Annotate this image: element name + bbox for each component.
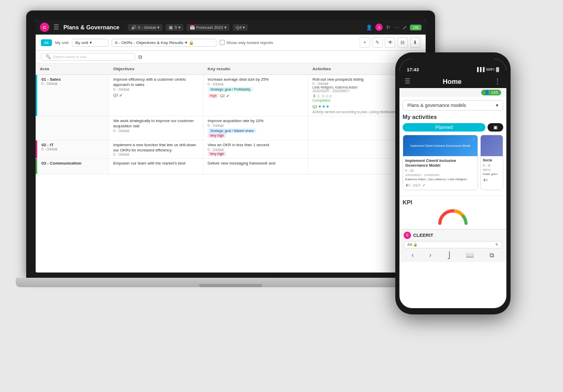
table-header: Area Objectives Key results Activities K… [36, 63, 426, 75]
search-input[interactable]: 🔍 Search name or unit [41, 53, 135, 61]
app-logo: C [40, 23, 49, 32]
phone-kpi-title: KPI [403, 199, 503, 205]
header-pill-5[interactable]: ▦ 5 ▾ [166, 24, 183, 31]
toolbar-actions: + ✎ 👁 ⊟ ⬇ [360, 37, 420, 48]
phone-notch [437, 59, 469, 68]
dot-green: ● [318, 104, 321, 109]
card-more-icon[interactable]: ⋮ [471, 137, 476, 142]
filter-all-btn[interactable]: All [41, 39, 52, 46]
browser-reload-icon[interactable]: ↻ [495, 243, 499, 247]
activity-card-1[interactable]: Implement Cleerit Inclusive Governance M… [403, 135, 478, 190]
card-persons-1: Katerina Adam, Léa Lefebvre, Leila Hellg… [405, 178, 475, 182]
col-activities: Activities [308, 66, 408, 72]
phone-status-icons: ▐▐▐ WiFi ▓ [475, 67, 499, 72]
card-persons-2: Kater gren [483, 172, 501, 177]
filter-by-unit[interactable]: By unit ▾ [72, 39, 109, 47]
table-row: 01 - Sales 0 - Global Improve efficiency… [36, 75, 426, 116]
activity-card-2[interactable]: Socia 0 - G 08/21 Kater gren ♜0 [480, 135, 503, 190]
activity-icons: ♜ 0 ⊙ 0.0 [312, 94, 403, 99]
add-btn[interactable]: + [360, 37, 370, 48]
activity-title: Roll-out new prospects listing [312, 77, 403, 82]
bookmarks-icon[interactable]: 📖 [466, 252, 474, 259]
q2-badge-act: Q2 ● ● ● [312, 104, 329, 109]
activity-persons: Leila Hellgren, Katerina Adam [312, 85, 403, 89]
browser-nav: ‹ › ⎦ 📖 ⧉ [404, 251, 502, 260]
objective-text: Improve efficiency with a customer centr… [113, 77, 199, 88]
user-avatar[interactable]: 166 [410, 25, 421, 30]
check-icon: ✔ [226, 93, 230, 99]
col-objectives: Objectives [109, 66, 203, 72]
menu-dots-icon[interactable]: ⋯ [394, 25, 399, 30]
card-icon-1: ♜0 [405, 183, 410, 188]
card-date-2: 08/21 [483, 168, 501, 171]
okr-dropdown[interactable]: 6 - OKRs - Objectives & Key Results ▾ 🔒 [112, 39, 216, 47]
kr-text: Increase average deal size by 25% [208, 77, 304, 82]
edit-btn[interactable]: ✎ [372, 37, 383, 48]
app-header: C ☰ Plans & Governance 🔊 0 - Global ▾ ▦ … [36, 20, 426, 35]
q2-badge: Q2 ✔ [220, 93, 230, 99]
data-table: Area Objectives Key results Activities K… [36, 63, 426, 175]
browser-bar: AA 🔒 ↻ [404, 241, 502, 248]
hamburger-icon[interactable]: ☰ [53, 24, 59, 31]
card-img-1: Implement Cleerit Inclusive Governance M… [403, 135, 478, 156]
user-icon[interactable]: 👤 [366, 25, 372, 30]
area-sub: 0 - Global [41, 82, 104, 85]
table-row: We work strategically to improve our cus… [36, 116, 426, 140]
kr-tag: Strategic goal / Profitability [208, 87, 253, 92]
objectives-cell2: We work strategically to improve our cus… [109, 116, 203, 140]
phone-more-icon[interactable]: ⋮ [494, 77, 501, 85]
card-icon-3: ♜0 [483, 178, 488, 182]
phone-header-title: Home [442, 78, 461, 85]
share-icon[interactable]: ⎦ [447, 252, 450, 259]
checkbox[interactable] [220, 40, 225, 45]
header-pill-forecast[interactable]: 📅 Forecast 2022 ▾ [187, 24, 230, 31]
filter-my-unit[interactable]: My unit [55, 40, 69, 45]
laptop-bezel: C ☰ Plans & Governance 🔊 0 - Global ▾ ▦ … [26, 10, 435, 278]
search-bar: 🔍 Search name or unit ⧉ [36, 51, 426, 63]
filter-icon[interactable]: ⧉ [138, 54, 142, 60]
objectives-cell: Improve efficiency with a customer centr… [109, 75, 203, 116]
phone-screen: 17:43 ▐▐▐ WiFi ▓ ☰ Home ⋮ 👤 145 Plans & … [399, 59, 506, 308]
back-icon[interactable]: ‹ [412, 252, 414, 259]
key-results-cell3: View an OKR in less than 1 second 0 - Gl… [203, 140, 308, 159]
view-btn[interactable]: 👁 [385, 37, 395, 48]
check-icon: ✔ [119, 93, 123, 98]
app-title: Plans & Governance [63, 24, 120, 30]
header-pill-global[interactable]: 🔊 0 - Global ▾ [128, 24, 163, 31]
dot-cyan2: ● [326, 104, 329, 109]
planned-tab-other[interactable]: ▣ [488, 123, 503, 132]
phone: 17:43 ▐▐▐ WiFi ▓ ☰ Home ⋮ 👤 145 Plans & … [395, 52, 511, 314]
external-icon[interactable]: ⤢ [403, 25, 407, 30]
notification-badge[interactable]: 4 [375, 24, 383, 31]
volume-icon: 🔊 [131, 25, 136, 30]
objectives-cell3: Implement a new function that lets us dr… [109, 140, 203, 159]
signal-icon: ▐▐▐ [475, 67, 484, 72]
activities-cell3 [308, 140, 408, 159]
planned-tab-active[interactable]: Planned [403, 123, 485, 132]
dot-cyan: ● [322, 104, 325, 109]
area-cell-empty [36, 116, 109, 140]
header-right: 👤 4 🏳 ⋯ ⤢ 166 [366, 24, 421, 31]
lock-checkbox[interactable]: Show only locked reports [220, 40, 273, 45]
phone-content: Plans & governance models ▾ My activitie… [399, 97, 506, 193]
forward-icon[interactable]: › [429, 252, 431, 259]
activities-cell4 [308, 159, 408, 174]
phone-time: 17:43 [407, 67, 419, 72]
planned-tabs: Planned ▣ [403, 123, 503, 132]
phone-hamburger-icon[interactable]: ☰ [405, 78, 410, 85]
print-btn[interactable]: ⊟ [397, 37, 408, 48]
kr-sub: 0 - Global [208, 82, 304, 86]
header-pill-q4[interactable]: Q4 ▾ [233, 24, 248, 31]
tabs-icon[interactable]: ⧉ [490, 252, 494, 259]
cleerit-logo-icon: C [404, 232, 411, 239]
card-body-2: Socia 0 - G 08/21 Kater gren ♜0 [481, 156, 503, 184]
phone-dropdown[interactable]: Plans & governance models ▾ [403, 100, 503, 111]
app-toolbar: All My unit By unit ▾ 6 - OKRs - Objecti… [36, 35, 426, 51]
lock-icon: 🔒 [189, 40, 194, 45]
download-btn[interactable]: ⬇ [410, 37, 420, 48]
activity-date: 2022/02/07 - 2022/06/17 [312, 89, 403, 93]
kr-tag2: Strategic goal / Market share [208, 128, 256, 133]
flag-icon[interactable]: 🏳 [386, 25, 391, 30]
key-results-cell4: Deliver new messaging framework and [203, 159, 308, 174]
chevron-icon: ▾ [90, 40, 92, 45]
